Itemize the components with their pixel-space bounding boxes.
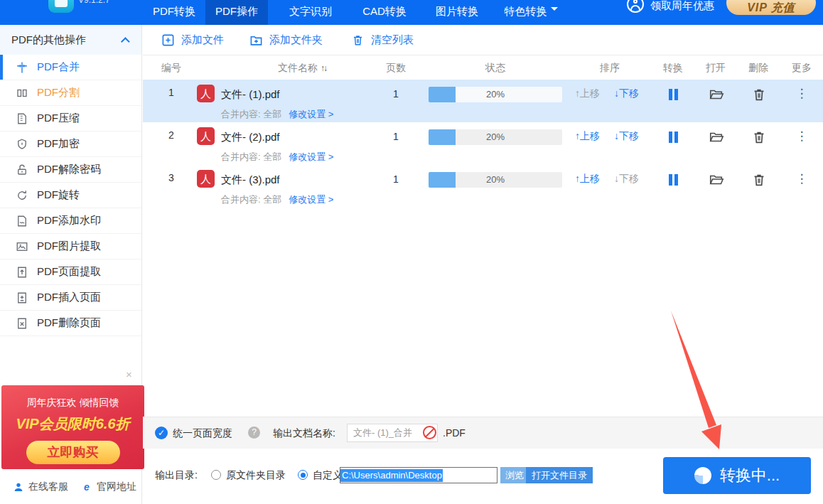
radio-original-label[interactable]: 原文件夹目录 [226,469,286,482]
radio-original-folder[interactable] [211,470,221,480]
output-dir-label: 输出目录: [155,469,198,482]
delete-icon[interactable] [751,129,767,145]
modify-settings-link[interactable]: 修改设置 > [289,151,333,162]
modify-settings-link[interactable]: 修改设置 > [289,109,333,119]
merge-content-row: 合并内容: 全部修改设置 > [221,108,333,121]
pause-icon[interactable] [667,132,681,143]
image-icon [16,240,28,253]
browser-e-icon: e [81,481,92,493]
row-number: 3 [157,172,185,183]
close-icon[interactable]: × [126,368,132,380]
col-open: 打开 [694,55,737,80]
unlock-icon [16,163,28,176]
col-number: 编号 [157,55,185,80]
browse-button[interactable]: 浏览 [500,467,529,483]
move-down-button[interactable]: ↓下移 [614,173,639,184]
sidebar-item-pdf-image-extract[interactable]: PDF图片提取 [0,234,141,259]
add-file-button[interactable]: 添加文件 [161,33,224,47]
sidebar-item-pdf-split[interactable]: PDF分割 [0,80,141,106]
tab-pdf-convert[interactable]: PDF转换 [146,0,203,25]
col-pages: 页数 [382,55,410,80]
app-logo [48,0,74,13]
table-row[interactable]: 3 人 文件- (3).pdf 合并内容: 全部修改设置 > 1 20% ↑上移… [143,165,823,208]
help-icon[interactable]: ? [248,427,260,439]
tab-cad-convert[interactable]: CAD转换 [355,0,414,25]
prohibited-icon [423,426,436,439]
support-person-icon [13,481,24,493]
page-extract-icon [16,266,28,279]
app-version: V9.1.2.7 [78,0,110,5]
page-count: 1 [382,131,410,142]
row-number: 2 [157,129,185,141]
add-folder-button[interactable]: 添加文件夹 [249,33,323,47]
pause-icon[interactable] [667,174,681,186]
pdf-file-icon: 人 [197,170,215,188]
open-folder-icon[interactable] [709,129,724,145]
sidebar-item-pdf-page-delete[interactable]: PDF删除页面 [0,311,141,336]
sidebar-item-pdf-remove-password[interactable]: PDF解除密码 [0,157,141,183]
sidebar-item-pdf-merge[interactable]: PDF合并 [0,55,141,80]
buy-now-button[interactable]: 立即购买 [26,441,120,464]
table-row[interactable]: 1 人 文件- (1).pdf 合并内容: 全部修改设置 > 1 20% ↑上移… [143,80,823,122]
tab-ocr[interactable]: 文字识别 [284,0,338,25]
open-file-directory-button[interactable]: 打开文件目录 [526,467,593,483]
col-filename[interactable]: 文件名称↑↓ [259,55,345,80]
open-folder-icon[interactable] [709,172,724,188]
col-sort: 排序 [588,55,631,80]
unify-width-checkbox[interactable]: ✓ [155,427,168,439]
col-more: 更多 [780,55,823,80]
sidebar-item-pdf-page-insert[interactable]: PDF插入页面 [0,285,141,311]
delete-icon[interactable] [751,87,767,102]
sidebar-item-pdf-compress[interactable]: PDF压缩 [0,106,141,132]
tab-special-convert[interactable]: 特色转换 [500,0,561,25]
anniversary-offer-link[interactable]: 领取周年优惠 [650,0,714,13]
promo-line2: VIP会员限时6.6折 [1,414,144,434]
clear-list-button[interactable]: 清空列表 [351,33,414,47]
move-up-button[interactable]: ↑上移 [575,130,600,141]
sidebar-item-pdf-rotate[interactable]: PDF旋转 [0,183,141,208]
output-path-input[interactable]: C:\Users\admin\Desktop [340,467,497,483]
radio-custom[interactable] [298,470,308,480]
pdf-file-icon: 人 [197,85,215,102]
sidebar-section-header[interactable]: PDF的其他操作 [0,25,141,55]
page-insert-icon [16,291,28,304]
unify-width-label: 统一页面宽度 [173,427,232,440]
converting-button[interactable]: 转换中... [663,457,811,494]
output-name-label: 输出文档名称: [273,427,335,440]
table-header: 编号 文件名称↑↓ 页数 状态 排序 转换 打开 删除 更多 [143,55,823,80]
sort-icon[interactable]: ↑↓ [321,63,326,73]
shield-icon [16,138,28,151]
open-folder-icon[interactable] [709,87,724,102]
promo-line1: 周年庆狂欢 倾情回馈 [1,397,144,409]
sidebar-item-pdf-encrypt[interactable]: PDF加密 [0,132,141,157]
top-nav-bar: V9.1.2.7 PDF转换 PDF操作 文字识别 CAD转换 图片转换 特色转… [0,0,823,25]
more-dots-icon[interactable]: ⋮ [795,171,809,186]
table-row[interactable]: 2 人 文件- (2).pdf 合并内容: 全部修改设置 > 1 20% ↑上移… [143,122,823,165]
move-down-button[interactable]: ↓下移 [614,87,639,99]
vip-recharge-button[interactable]: VIP 充值 [726,0,816,15]
vip-promo-banner[interactable]: 周年庆狂欢 倾情回馈 VIP会员限时6.6折 立即购买 [1,385,144,469]
more-dots-icon[interactable]: ⋮ [795,129,809,144]
merge-content-row: 合并内容: 全部修改设置 > [221,151,333,163]
official-site-link[interactable]: e 官网地址 [81,481,136,493]
sort-controls: ↑上移↓下移 [575,173,667,186]
file-toolbar: 添加文件 添加文件夹 清空列表 [143,25,823,55]
sidebar-item-pdf-page-extract[interactable]: PDF页面提取 [0,259,141,285]
tab-image-convert[interactable]: 图片转换 [429,0,485,25]
delete-icon[interactable] [751,172,767,188]
move-up-button[interactable]: ↑上移 [575,87,600,99]
sidebar-item-pdf-watermark[interactable]: PDF添加水印 [0,208,141,234]
move-down-button[interactable]: ↓下移 [614,130,639,141]
move-up-button[interactable]: ↑上移 [575,173,600,184]
page-count: 1 [382,88,410,100]
modify-settings-link[interactable]: 修改设置 > [289,194,333,205]
tab-pdf-operate[interactable]: PDF操作 [205,0,268,25]
more-dots-icon[interactable]: ⋮ [795,86,809,101]
options-strip: ✓ 统一页面宽度 ? 输出文档名称: 文件- (1)_合并 .PDF [143,417,823,449]
page-count: 1 [382,173,410,185]
watermark-icon [16,215,28,227]
online-support-link[interactable]: 在线客服 [13,481,68,493]
pause-icon[interactable] [667,89,681,100]
compress-icon [16,112,28,125]
progress-label: 20% [429,87,562,102]
